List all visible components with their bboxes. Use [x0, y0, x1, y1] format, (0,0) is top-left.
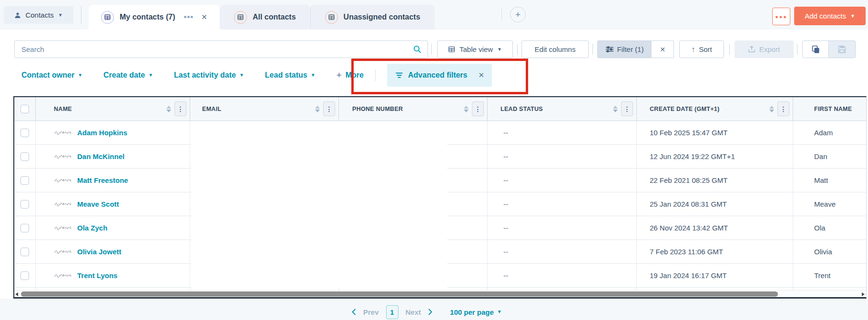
contacts-menu-button[interactable]: Contacts ▼ — [4, 6, 73, 24]
contact-name-link[interactable]: Trent Lyons — [77, 271, 117, 280]
row-checkbox[interactable] — [20, 200, 29, 209]
row-checkbox[interactable] — [20, 248, 29, 256]
create-date-cell: 7 Feb 2023 11:06 GMT — [637, 240, 793, 263]
sort-icon[interactable] — [315, 106, 320, 112]
scrollbar-thumb[interactable] — [21, 291, 778, 297]
caret-down-icon: ▼ — [148, 73, 153, 78]
name-cell: Trent Lyons — [36, 264, 190, 287]
export-icon — [748, 46, 755, 53]
caret-down-icon: ▼ — [78, 73, 82, 78]
per-page-dropdown[interactable]: 100 per page ▼ — [450, 308, 502, 316]
column-header[interactable]: NAME ⋮ — [36, 97, 190, 120]
more-filters-button[interactable]: + More — [337, 70, 364, 80]
quick-filter-label: Create date — [103, 71, 145, 80]
search-icon[interactable] — [413, 45, 421, 53]
quick-filter-bar: Contact owner ▼ Create date ▼ Last activ… — [21, 71, 316, 80]
quick-filter-dropdown[interactable]: Create date ▼ — [103, 71, 153, 80]
view-tab[interactable]: Unassigned contacts •••✕ — [310, 5, 435, 30]
first-name-cell: Olivia — [793, 240, 866, 263]
contact-name-link[interactable]: Dan McKinnel — [77, 152, 124, 160]
caret-down-icon: ▼ — [497, 47, 502, 52]
sort-icon[interactable] — [166, 106, 171, 112]
contact-name-link[interactable]: Olivia Jowett — [77, 248, 122, 256]
create-date-cell: 12 Jun 2024 19:22 GMT+1 — [637, 145, 793, 168]
select-all-checkbox[interactable] — [20, 105, 29, 113]
copy-icon — [812, 45, 820, 54]
add-view-button[interactable]: + — [510, 7, 526, 22]
tab-close-icon[interactable]: ✕ — [201, 13, 207, 21]
column-menu-button[interactable]: ⋮ — [323, 101, 335, 116]
contact-name-link[interactable]: Matt Freestone — [77, 176, 128, 184]
close-icon: ✕ — [660, 46, 665, 53]
more-filters-label: More — [346, 71, 364, 80]
row-checkbox-cell — [14, 240, 36, 263]
prev-page-label[interactable]: Prev — [363, 308, 379, 316]
divider — [729, 44, 730, 55]
column-menu-button[interactable]: ⋮ — [777, 101, 789, 116]
search-input[interactable] — [15, 45, 413, 53]
quick-filter-dropdown[interactable]: Last activity date ▼ — [174, 71, 244, 80]
clone-view-button[interactable] — [802, 40, 829, 58]
contact-name-link[interactable]: Ola Zych — [77, 224, 107, 232]
table-header-row: NAME ⋮ EMAIL ⋮ PHONE NUMBER ⋮ LEAD STATU… — [14, 97, 866, 121]
quick-filter-dropdown[interactable]: Contact owner ▼ — [21, 71, 82, 80]
column-header[interactable]: EMAIL ⋮ — [190, 97, 339, 120]
view-tab[interactable]: My contacts (7) •••✕ — [89, 5, 220, 30]
filter-lines-icon — [396, 72, 403, 78]
quick-filter-label: Last activity date — [174, 71, 236, 80]
row-checkbox-cell — [14, 216, 36, 240]
quick-filter-dropdown[interactable]: Lead status ▼ — [265, 71, 316, 80]
contact-avatar — [54, 201, 72, 207]
sort-button[interactable]: ↑ Sort — [679, 40, 724, 58]
column-header[interactable]: FIRST NAME ⋮ — [793, 97, 866, 120]
tab-label: Unassigned contacts — [344, 13, 420, 21]
advanced-filters-label: Advanced filters — [408, 71, 467, 80]
view-tab[interactable]: All contacts •••✕ — [220, 5, 310, 30]
select-all-cell — [14, 97, 36, 120]
remove-advanced-filters-icon[interactable]: ✕ — [478, 71, 484, 80]
clear-filter-button[interactable]: ✕ — [652, 40, 674, 58]
row-checkbox[interactable] — [20, 271, 29, 280]
sort-icon[interactable] — [464, 106, 469, 112]
lead-status-cell: -- — [488, 216, 637, 240]
scroll-right-arrow-icon[interactable] — [862, 292, 865, 296]
column-menu-button[interactable]: ⋮ — [472, 101, 484, 116]
advanced-filters-chip[interactable]: Advanced filters ✕ — [387, 64, 492, 87]
filter-button[interactable]: Filter (1) — [597, 40, 652, 58]
more-options-button[interactable]: ●●● — [772, 8, 790, 25]
create-date-cell: 26 Nov 2024 13:42 GMT — [637, 216, 793, 240]
filter-bar: Contact owner ▼ Create date ▼ Last activ… — [21, 62, 492, 89]
column-header-controls: ⋮ — [464, 101, 484, 116]
redacted-region — [191, 121, 447, 288]
chevron-right-icon[interactable] — [428, 309, 432, 315]
contacts-table: NAME ⋮ EMAIL ⋮ PHONE NUMBER ⋮ LEAD STATU… — [13, 96, 867, 299]
create-date-cell: 10 Feb 2025 15:47 GMT — [637, 121, 793, 144]
current-page-indicator[interactable]: 1 — [386, 305, 398, 319]
export-button[interactable]: Export — [735, 40, 794, 58]
row-checkbox[interactable] — [20, 176, 29, 185]
save-view-button[interactable] — [828, 40, 856, 58]
column-menu-button[interactable]: ⋮ — [174, 101, 186, 116]
sort-icon[interactable] — [769, 106, 774, 112]
sliders-icon — [606, 46, 613, 52]
scroll-left-arrow-icon[interactable] — [15, 292, 18, 296]
tab-options-icon[interactable]: ••• — [184, 12, 194, 22]
row-checkbox[interactable] — [20, 129, 29, 137]
column-header-controls: ⋮ — [315, 101, 335, 116]
column-menu-button[interactable]: ⋮ — [621, 101, 633, 116]
row-checkbox[interactable] — [20, 224, 29, 232]
chevron-left-icon[interactable] — [352, 309, 356, 315]
sort-icon[interactable] — [613, 106, 618, 112]
next-page-label[interactable]: Next — [406, 308, 421, 316]
add-contacts-button[interactable]: Add contacts ▼ — [794, 7, 866, 25]
column-header[interactable]: LEAD STATUS ⋮ — [488, 97, 637, 120]
horizontal-scrollbar[interactable] — [14, 290, 866, 297]
contact-name-link[interactable]: Adam Hopkins — [77, 129, 127, 137]
contact-name-link[interactable]: Meave Scott — [77, 200, 119, 208]
edit-columns-button[interactable]: Edit columns — [521, 40, 589, 58]
column-header[interactable]: PHONE NUMBER ⋮ — [339, 97, 488, 120]
column-header-label: LEAD STATUS — [488, 106, 543, 112]
row-checkbox[interactable] — [20, 152, 29, 161]
table-view-dropdown[interactable]: Table view ▼ — [437, 40, 513, 58]
column-header[interactable]: CREATE DATE (GMT+1) ⋮ — [637, 97, 793, 120]
